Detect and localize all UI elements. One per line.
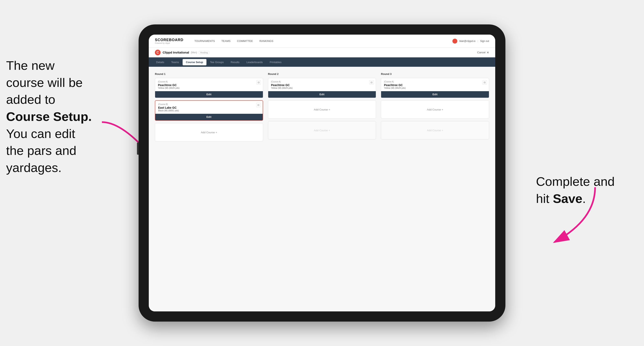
course-card-r2-a: ⊟ (Course A) Peachtree GC Yellow (M) (66… (268, 78, 376, 98)
course-card-r1-a: ⊟ (Course A) Peachtree GC Yellow (M) (66… (155, 78, 263, 98)
course-name-r2-a: Peachtree GC (271, 83, 373, 87)
user-email: blair@clippd.io (459, 40, 476, 42)
sub-nav-title: Clippd Invitational (163, 51, 189, 54)
tab-details[interactable]: Details (153, 59, 168, 65)
delete-r3-a[interactable]: ⊟ (482, 80, 487, 85)
add-course-r2-1[interactable]: Add Course + (268, 100, 376, 119)
course-name-r3-a: Peachtree GC (384, 83, 486, 87)
nav-links: TOURNAMENTS TEAMS COMMITTEE RANKINGS (192, 38, 452, 44)
nav-divider: | (478, 40, 478, 42)
round-1-col: Round 1 ⊟ (Course A) Peachtree GC Yellow… (155, 72, 263, 144)
rounds-grid: Round 1 ⊟ (Course A) Peachtree GC Yellow… (155, 72, 489, 144)
round-3-label: Round 3 (381, 72, 489, 75)
tablet-side-button (137, 143, 138, 155)
course-tee-r2-a: Yellow (M) (6629 yds) (271, 87, 373, 89)
delete-r2-a[interactable]: ⊟ (369, 80, 374, 85)
delete-r1-b[interactable]: ⊟ (256, 103, 261, 107)
tab-bar: Details Teams Course Setup Tee Groups Re… (149, 57, 495, 67)
course-tee-r1-a: Yellow (M) (6629 yds) (158, 87, 260, 89)
course-tag-r2-a: (Course A) (271, 81, 373, 83)
tab-printables[interactable]: Printables (266, 59, 285, 65)
course-tee-r1-b: Black (M) (6891 yds) (158, 109, 260, 112)
nav-tournaments[interactable]: TOURNAMENTS (192, 38, 218, 44)
tablet-screen: SCOREBOARD Powered by clippd TOURNAMENTS… (149, 35, 495, 311)
top-nav: SCOREBOARD Powered by clippd TOURNAMENTS… (149, 35, 495, 48)
tablet-frame: SCOREBOARD Powered by clippd TOURNAMENTS… (138, 24, 506, 322)
scoreboard-logo: SCOREBOARD Powered by clippd (155, 38, 184, 44)
round-1-label: Round 1 (155, 72, 263, 75)
user-avatar (452, 39, 457, 43)
tab-course-setup[interactable]: Course Setup (182, 59, 206, 65)
edit-button-r3-a[interactable]: Edit (381, 91, 489, 98)
close-icon[interactable]: ✕ (487, 51, 489, 54)
course-tag-r1-a: (Course A) (158, 81, 260, 83)
logo-sub: Powered by clippd (155, 42, 184, 44)
course-card-r3-a: ⊟ (Course A) Peachtree GC Yellow (M) (66… (381, 78, 489, 98)
add-course-r3-1[interactable]: Add Course + (381, 100, 489, 119)
tab-leaderboards[interactable]: Leaderboards (243, 59, 266, 65)
course-card-r1-b: ⊟ (Course B) East Lake GC Black (M) (689… (155, 100, 263, 121)
cancel-label[interactable]: Cancel (477, 51, 486, 54)
course-tag-r3-a: (Course A) (384, 81, 486, 83)
add-course-r2-2: Add Course + (268, 121, 376, 139)
arrow-right (538, 183, 603, 248)
round-2-label: Round 2 (268, 72, 376, 75)
course-name-r1-b: East Lake GC (158, 106, 260, 109)
sub-nav-subtitle: (Men) (191, 51, 197, 54)
tab-tee-groups[interactable]: Tee Groups (207, 59, 227, 65)
edit-button-r1-a[interactable]: Edit (155, 91, 263, 98)
nav-committee[interactable]: COMMITTEE (234, 38, 256, 44)
round-2-col: Round 2 ⊟ (Course A) Peachtree GC Yellow… (268, 72, 376, 144)
delete-r1-a[interactable]: ⊟ (256, 80, 261, 85)
course-tag-r1-b: (Course B) (158, 103, 260, 105)
sign-out-link[interactable]: Sign out (480, 40, 489, 42)
round-3-col: Round 3 ⊟ (Course A) Peachtree GC Yellow… (381, 72, 489, 144)
add-course-r3-2: Add Course + (381, 121, 489, 139)
tab-teams[interactable]: Teams (168, 59, 182, 65)
nav-rankings[interactable]: RANKINGS (256, 38, 276, 44)
edit-button-r1-b[interactable]: Edit (155, 114, 263, 120)
sub-nav-right: Cancel ✕ (477, 51, 489, 54)
course-tee-r3-a: Yellow (M) (6629 yds) (384, 87, 486, 89)
nav-teams[interactable]: TEAMS (218, 38, 233, 44)
logo-main: SCOREBOARD (155, 38, 184, 42)
course-name-r1-a: Peachtree GC (158, 83, 260, 87)
tab-results[interactable]: Results (228, 59, 243, 65)
sub-nav: C Clippd Invitational (Men) Hosting Canc… (149, 48, 495, 57)
sub-nav-logo: C (155, 50, 160, 55)
sub-nav-badge: Hosting (199, 51, 209, 54)
main-content: Round 1 ⊟ (Course A) Peachtree GC Yellow… (149, 67, 495, 311)
add-course-r1[interactable]: Add Course + (155, 123, 263, 142)
edit-button-r2-a[interactable]: Edit (268, 91, 376, 98)
nav-right: blair@clippd.io | Sign out (452, 39, 489, 43)
